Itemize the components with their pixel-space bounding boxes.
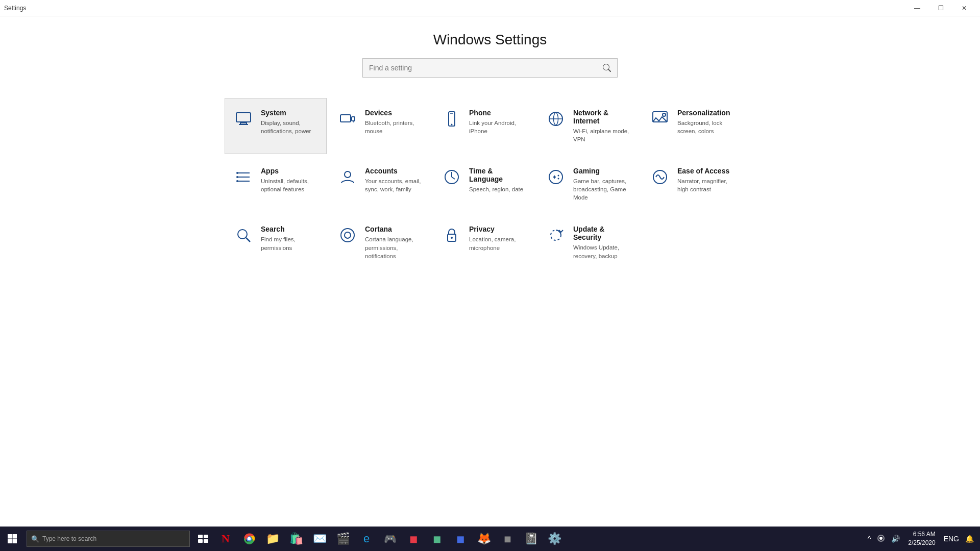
red-app-icon: ◼	[406, 532, 421, 546]
taskbar-app-green[interactable]: ◼	[426, 528, 448, 550]
gaming-text: Gaming Game bar, captures, broadcasting,…	[573, 167, 630, 202]
svg-rect-4	[352, 117, 355, 121]
search-desc: Find my files, permissions	[261, 235, 318, 252]
taskbar-app-steam[interactable]: 🎮	[379, 528, 401, 550]
dark-app-icon: ◼	[500, 532, 514, 546]
taskbar-app-explorer[interactable]: 📁	[261, 528, 284, 550]
video-editor-icon: 🎬	[336, 532, 350, 546]
taskbar-app-video[interactable]: 🎬	[332, 528, 354, 550]
title-bar: Settings — ❐ ✕	[0, 0, 980, 16]
start-button[interactable]	[0, 527, 24, 551]
notification-icon[interactable]: 🔔	[963, 535, 976, 543]
taskbar-app-netflix[interactable]: N	[214, 528, 237, 550]
taskbar-app-ie[interactable]: e	[355, 528, 378, 550]
phone-name: Phone	[469, 109, 526, 117]
privacy-name: Privacy	[469, 225, 526, 233]
svg-point-34	[451, 237, 453, 239]
svg-point-40	[248, 537, 251, 541]
cortana-text: Cortana Cortana language, permissions, n…	[365, 225, 422, 260]
settings-item-devices[interactable]: Devices Bluetooth, printers, mouse	[329, 98, 431, 154]
restore-button[interactable]: ❐	[929, 0, 952, 16]
phone-text: Phone Link your Android, iPhone	[469, 109, 526, 135]
cortana-icon	[337, 225, 358, 245]
svg-point-29	[238, 230, 247, 239]
devices-text: Devices Bluetooth, printers, mouse	[365, 109, 422, 135]
search-text: Search Find my files, permissions	[261, 225, 318, 252]
green-app-icon: ◼	[430, 532, 444, 546]
taskbar: 🔍 Type here to search N	[0, 527, 980, 551]
settings-item-system[interactable]: System Display, sound, notifications, po…	[225, 98, 327, 154]
svg-point-16	[236, 172, 238, 174]
settings-item-phone[interactable]: Phone Link your Android, iPhone	[433, 98, 535, 154]
ease-name: Ease of Access	[677, 167, 734, 175]
search-name: Search	[261, 225, 318, 233]
notes-icon: 📓	[524, 532, 538, 546]
taskbar-app-store[interactable]: 🛍️	[285, 528, 307, 550]
apps-text: Apps Uninstall, defaults, optional featu…	[261, 167, 318, 193]
gaming-icon	[546, 167, 566, 187]
settings-grid: System Display, sound, notifications, po…	[225, 98, 755, 271]
settings-item-gaming[interactable]: Gaming Game bar, captures, broadcasting,…	[537, 156, 639, 212]
main-content: Windows Settings System Display, sound, …	[0, 16, 980, 286]
tray-volume-icon[interactable]: 🔊	[889, 535, 902, 543]
ie-icon: e	[359, 532, 374, 546]
taskbar-app-notes[interactable]: 📓	[520, 528, 542, 550]
task-view-button[interactable]	[192, 528, 214, 550]
taskbar-apps: N 📁 🛍️ ✉️ 🎬	[214, 528, 866, 550]
svg-point-26	[558, 175, 559, 177]
settings-item-accounts[interactable]: Accounts Your accounts, email, sync, wor…	[329, 156, 431, 212]
settings-item-apps[interactable]: Apps Uninstall, defaults, optional featu…	[225, 156, 327, 212]
apps-name: Apps	[261, 167, 318, 175]
settings-item-personalization[interactable]: Personalization Background, lock screen,…	[641, 98, 743, 154]
firefox-icon: 🦊	[477, 532, 491, 546]
accounts-icon	[337, 167, 358, 187]
phone-desc: Link your Android, iPhone	[469, 119, 526, 135]
settings-item-privacy[interactable]: Privacy Location, camera, microphone	[433, 214, 535, 270]
tray-time: 6:56 AM	[908, 530, 935, 539]
tray-expand-icon[interactable]: ^	[866, 535, 873, 543]
tray-date: 2/25/2020	[908, 539, 935, 547]
minimize-button[interactable]: —	[905, 0, 929, 16]
title-bar-controls: — ❐ ✕	[905, 0, 976, 16]
privacy-desc: Location, camera, microphone	[469, 235, 526, 252]
svg-point-18	[236, 180, 238, 182]
svg-rect-35	[198, 535, 203, 538]
close-button[interactable]: ✕	[952, 0, 976, 16]
taskbar-app-chrome[interactable]	[238, 528, 260, 550]
settings-item-network[interactable]: Network & Internet Wi-Fi, airplane mode,…	[537, 98, 639, 154]
tray-lang[interactable]: ENG	[942, 535, 961, 543]
settings-item-cortana[interactable]: Cortana Cortana language, permissions, n…	[329, 214, 431, 270]
svg-rect-37	[198, 539, 203, 543]
taskbar-app-blue[interactable]: ◼	[449, 528, 472, 550]
tray-clock[interactable]: 6:56 AM 2/25/2020	[904, 530, 939, 547]
time-icon	[442, 167, 462, 187]
settings-item-time[interactable]: Time & Language Speech, region, date	[433, 156, 535, 212]
settings-item-ease[interactable]: Ease of Access Narrator, magnifier, high…	[641, 156, 743, 212]
update-icon	[546, 225, 566, 245]
ease-text: Ease of Access Narrator, magnifier, high…	[677, 167, 734, 193]
find-setting-input[interactable]	[363, 60, 597, 76]
svg-point-19	[345, 171, 351, 178]
system-name: System	[261, 109, 318, 117]
taskbar-app-red[interactable]: ◼	[402, 528, 425, 550]
time-text: Time & Language Speech, region, date	[469, 167, 526, 193]
taskbar-app-dark[interactable]: ◼	[496, 528, 519, 550]
search-button[interactable]	[597, 59, 617, 77]
time-desc: Speech, region, date	[469, 185, 526, 193]
taskbar-tray: ^ 🔊 6:56 AM 2/25/2020 ENG 🔔	[866, 530, 980, 547]
settings-item-search[interactable]: Search Find my files, permissions	[225, 214, 327, 270]
taskbar-app-mail[interactable]: ✉️	[308, 528, 331, 550]
svg-point-32	[345, 232, 351, 238]
search-icon	[233, 225, 254, 245]
time-name: Time & Language	[469, 167, 526, 183]
update-name: Update & Security	[573, 225, 630, 241]
taskbar-app-firefox[interactable]: 🦊	[473, 528, 495, 550]
gaming-name: Gaming	[573, 167, 630, 175]
taskbar-search[interactable]: 🔍 Type here to search	[27, 531, 190, 547]
taskbar-app-settings[interactable]: ⚙️	[543, 528, 566, 550]
svg-rect-0	[236, 113, 251, 122]
tray-network-icon[interactable]	[875, 534, 887, 544]
svg-point-5	[353, 121, 354, 122]
personalization-name: Personalization	[677, 109, 734, 117]
settings-item-update[interactable]: Update & Security Windows Update, recove…	[537, 214, 639, 270]
